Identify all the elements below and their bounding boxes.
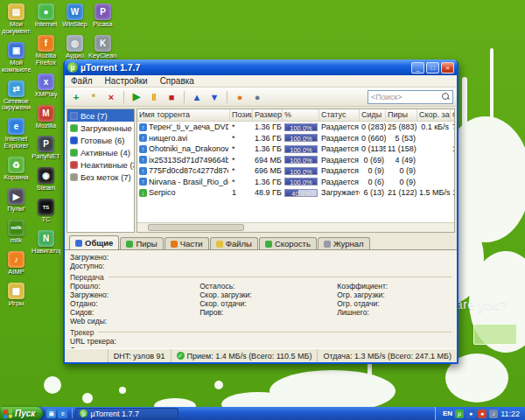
maximize-button[interactable]: □ (426, 62, 439, 74)
column-header[interactable]: Размер (253, 109, 283, 121)
clock[interactable]: 11:22 (500, 410, 520, 418)
desktop-icon[interactable]: ▣Мой компьютер (2, 42, 31, 74)
start-button[interactable]: Пуск (0, 407, 43, 420)
sidebar-category[interactable]: Без меток (7) (67, 171, 134, 183)
torrent-row[interactable]: ↑Терен'_ti_v_аеча_DVDRip_[Mle.r...*1.36 … (137, 122, 454, 133)
transfer-field-label: Отдано: (70, 299, 200, 308)
preferences-button[interactable]: ● (249, 89, 265, 105)
tab-пиры[interactable]: Пиры (120, 237, 163, 249)
seeding-status-icon: ↑ (139, 145, 147, 153)
torrent-row[interactable]: ↓Serpico148.9 ГБ40.8%Загружается6 (13)21… (137, 187, 454, 199)
sidebar-category[interactable]: Неактивные (3) (67, 158, 134, 171)
remove-button[interactable]: × (103, 89, 119, 105)
torrent-row[interactable]: ↑ix25313Sd71d749664b95a1d395...*694 МБ10… (137, 155, 454, 166)
desktop-icon[interactable]: PPicasa (88, 4, 117, 28)
app-icon: N (38, 230, 54, 247)
desktop-icon[interactable]: ♻Корзина (2, 157, 31, 181)
horizontal-scrollbar[interactable] (137, 222, 454, 232)
minimize-button[interactable]: _ (411, 62, 424, 74)
progress-bar: 40.8% (284, 189, 318, 197)
desktop-icon[interactable]: NНавигатор (32, 230, 60, 255)
tab-части[interactable]: Части (164, 237, 209, 249)
desktop-icon[interactable]: PPartyNET (32, 136, 60, 160)
desktop-icon[interactable]: ▦Игры (2, 283, 31, 307)
column-header[interactable]: Скор. отд... (451, 109, 455, 121)
transfer-field-label: Прошло: (70, 282, 200, 290)
category-icon (70, 112, 78, 120)
column-header[interactable]: Статус (319, 109, 360, 121)
move-down-button[interactable]: ▼ (206, 89, 222, 105)
torrent-row[interactable]: ↑775Fd0cd87c4277d87eeac46d5a1039S...*696… (137, 165, 454, 177)
sidebar-category[interactable]: Готовые (6) (67, 134, 134, 146)
desktop-icon[interactable]: MMozilla (32, 105, 60, 130)
volume-tray-icon[interactable]: ♪ (489, 410, 498, 418)
column-header[interactable]: Позиция (230, 109, 253, 121)
tab-скорость[interactable]: Скорость (259, 237, 317, 249)
downloading-status-icon: ↓ (139, 189, 147, 197)
show-desktop-icon[interactable]: ▣ (46, 409, 56, 418)
torrent-row[interactable]: ↑Nirvana - Brasil_Rio_de_Janeiro_...*1.3… (137, 177, 454, 188)
desktop-icon[interactable]: milkmilk (2, 220, 31, 244)
create-torrent-button[interactable]: * (86, 89, 102, 105)
desktop-icon[interactable]: ♪AIMP (2, 251, 31, 276)
language-indicator[interactable]: EN (443, 410, 452, 417)
torrent-name-text: Serpico (149, 188, 176, 197)
position-cell: * (230, 156, 253, 164)
desktop-icon[interactable]: ◉Steam (32, 167, 60, 192)
sidebar-category[interactable]: Загруженные (1) (67, 122, 134, 134)
scrollbar-thumb[interactable] (148, 224, 244, 231)
desktop-icon[interactable]: TSТС (32, 199, 60, 223)
tab-общие[interactable]: Общие (69, 235, 119, 249)
desktop-icon[interactable]: fMozilla Firefox (32, 35, 60, 66)
seeding-status-icon: ↑ (139, 123, 147, 131)
position-cell: 1 (230, 188, 253, 197)
add-torrent-button[interactable]: + (68, 89, 84, 105)
utorrent-task-button[interactable]: µ µTorrent 1.7.7 (75, 408, 178, 419)
desktop-icon[interactable]: ▤Мои документы (2, 4, 31, 35)
torrent-name-cell: ↑нищего.avi (137, 134, 230, 143)
move-up-button[interactable]: ▲ (189, 89, 205, 105)
rss-button[interactable]: ● (232, 89, 248, 105)
desktop-icon[interactable]: KKeyCleaner (88, 35, 117, 60)
desktop-icon[interactable]: ⇄Сетевое окружение (2, 80, 31, 112)
torrent-name-cell: ↓Serpico (137, 188, 230, 197)
sidebar-category[interactable]: Активные (4) (67, 146, 134, 158)
desktop-icon[interactable]: ▶Пульт (2, 188, 31, 213)
close-button[interactable]: × (441, 62, 454, 74)
desktop-icon[interactable]: xXMPlay (32, 74, 60, 98)
torrent-row[interactable]: ↑Ohotniki_na_Drakonov_[Mle.ru].avi*1.36 … (137, 144, 454, 155)
messenger-tray-icon[interactable]: ● (466, 410, 475, 418)
menu-item[interactable]: Настройки (99, 75, 154, 87)
desktop-icon[interactable]: ●Internet (32, 4, 60, 28)
column-header[interactable]: Скор. заг... (417, 109, 451, 121)
column-header[interactable]: Сиды (360, 109, 386, 121)
toolbar-separator (227, 91, 228, 103)
start-button[interactable]: ▶ (129, 89, 144, 105)
tab-icon (265, 241, 272, 248)
search-icon[interactable] (442, 93, 450, 101)
column-header[interactable]: Имя торрента (137, 109, 230, 121)
tab-журнал[interactable]: Журнал (318, 237, 370, 249)
desktop-icon[interactable]: eInternet Explorer (2, 118, 31, 150)
sidebar-category[interactable]: Все (7) (67, 109, 134, 122)
menu-item[interactable]: Справка (154, 75, 200, 87)
desktop-icon-label: Навигатор (32, 248, 60, 255)
search-input[interactable]: <Поиск> (368, 90, 453, 104)
torrent-row[interactable]: ↑нищего.avi*1.36 ГБ100.0%Раздается0 (660… (137, 133, 454, 144)
antivirus-tray-icon[interactable]: ● (478, 410, 486, 418)
progress-cell: 100.0% (283, 123, 319, 131)
desktop-icon[interactable]: WWinStep (60, 4, 89, 28)
stop-button[interactable]: ■ (164, 89, 179, 105)
titlebar[interactable]: µ µTorrent 1.7.7 _ □ × (65, 60, 457, 75)
tab-файлы[interactable]: Файлы (210, 237, 258, 249)
column-header[interactable]: % (283, 109, 319, 121)
upload-speed-cell: 3.5 кБ/s (451, 134, 454, 143)
seeding-status-icon: ↑ (139, 134, 147, 142)
browser-quicklaunch-icon[interactable]: e (58, 409, 67, 418)
pause-button[interactable]: ‖ (146, 89, 162, 105)
column-header[interactable]: Пиры (386, 109, 417, 121)
menu-item[interactable]: Файл (65, 75, 99, 87)
utorrent-tray-icon[interactable]: µ (455, 410, 464, 418)
desktop-icon[interactable]: ◎Аудио (60, 35, 89, 60)
category-icon (70, 124, 78, 132)
